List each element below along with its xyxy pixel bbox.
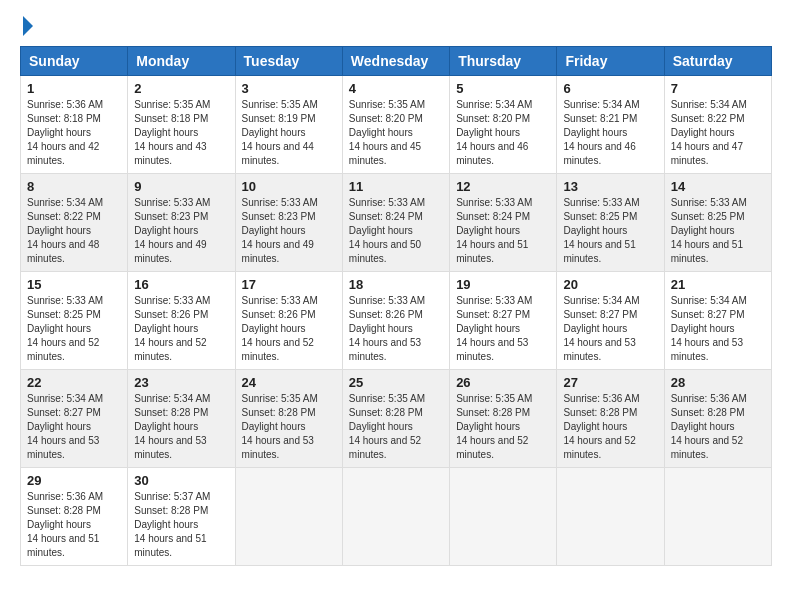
day-info: Sunrise: 5:33 AMSunset: 8:27 PMDaylight …	[456, 294, 550, 364]
calendar-cell: 12Sunrise: 5:33 AMSunset: 8:24 PMDayligh…	[450, 174, 557, 272]
logo	[20, 20, 33, 36]
calendar-week-row: 22Sunrise: 5:34 AMSunset: 8:27 PMDayligh…	[21, 370, 772, 468]
header-saturday: Saturday	[664, 47, 771, 76]
day-number: 6	[563, 81, 657, 96]
calendar-cell: 6Sunrise: 5:34 AMSunset: 8:21 PMDaylight…	[557, 76, 664, 174]
day-number: 28	[671, 375, 765, 390]
calendar-week-row: 1Sunrise: 5:36 AMSunset: 8:18 PMDaylight…	[21, 76, 772, 174]
calendar-cell: 8Sunrise: 5:34 AMSunset: 8:22 PMDaylight…	[21, 174, 128, 272]
calendar-cell: 1Sunrise: 5:36 AMSunset: 8:18 PMDaylight…	[21, 76, 128, 174]
day-number: 11	[349, 179, 443, 194]
day-number: 5	[456, 81, 550, 96]
calendar-cell: 26Sunrise: 5:35 AMSunset: 8:28 PMDayligh…	[450, 370, 557, 468]
calendar-cell	[342, 468, 449, 566]
day-info: Sunrise: 5:33 AMSunset: 8:26 PMDaylight …	[134, 294, 228, 364]
calendar-cell: 16Sunrise: 5:33 AMSunset: 8:26 PMDayligh…	[128, 272, 235, 370]
calendar-cell: 23Sunrise: 5:34 AMSunset: 8:28 PMDayligh…	[128, 370, 235, 468]
day-number: 25	[349, 375, 443, 390]
day-info: Sunrise: 5:34 AMSunset: 8:22 PMDaylight …	[671, 98, 765, 168]
day-number: 30	[134, 473, 228, 488]
day-info: Sunrise: 5:35 AMSunset: 8:19 PMDaylight …	[242, 98, 336, 168]
day-number: 19	[456, 277, 550, 292]
header-thursday: Thursday	[450, 47, 557, 76]
day-info: Sunrise: 5:33 AMSunset: 8:25 PMDaylight …	[563, 196, 657, 266]
calendar-cell: 29Sunrise: 5:36 AMSunset: 8:28 PMDayligh…	[21, 468, 128, 566]
day-number: 22	[27, 375, 121, 390]
calendar-cell: 14Sunrise: 5:33 AMSunset: 8:25 PMDayligh…	[664, 174, 771, 272]
day-info: Sunrise: 5:33 AMSunset: 8:26 PMDaylight …	[349, 294, 443, 364]
calendar-cell: 10Sunrise: 5:33 AMSunset: 8:23 PMDayligh…	[235, 174, 342, 272]
day-number: 3	[242, 81, 336, 96]
calendar-cell: 3Sunrise: 5:35 AMSunset: 8:19 PMDaylight…	[235, 76, 342, 174]
calendar-cell	[664, 468, 771, 566]
calendar-cell: 15Sunrise: 5:33 AMSunset: 8:25 PMDayligh…	[21, 272, 128, 370]
calendar-cell: 7Sunrise: 5:34 AMSunset: 8:22 PMDaylight…	[664, 76, 771, 174]
day-number: 14	[671, 179, 765, 194]
calendar-cell: 9Sunrise: 5:33 AMSunset: 8:23 PMDaylight…	[128, 174, 235, 272]
day-info: Sunrise: 5:33 AMSunset: 8:24 PMDaylight …	[349, 196, 443, 266]
day-number: 8	[27, 179, 121, 194]
day-number: 23	[134, 375, 228, 390]
day-number: 2	[134, 81, 228, 96]
day-info: Sunrise: 5:33 AMSunset: 8:24 PMDaylight …	[456, 196, 550, 266]
day-info: Sunrise: 5:35 AMSunset: 8:18 PMDaylight …	[134, 98, 228, 168]
day-info: Sunrise: 5:35 AMSunset: 8:28 PMDaylight …	[456, 392, 550, 462]
day-number: 12	[456, 179, 550, 194]
day-info: Sunrise: 5:36 AMSunset: 8:28 PMDaylight …	[563, 392, 657, 462]
day-info: Sunrise: 5:37 AMSunset: 8:28 PMDaylight …	[134, 490, 228, 560]
calendar-cell: 17Sunrise: 5:33 AMSunset: 8:26 PMDayligh…	[235, 272, 342, 370]
day-number: 15	[27, 277, 121, 292]
page-header	[20, 20, 772, 36]
day-info: Sunrise: 5:34 AMSunset: 8:27 PMDaylight …	[27, 392, 121, 462]
calendar-week-row: 8Sunrise: 5:34 AMSunset: 8:22 PMDaylight…	[21, 174, 772, 272]
day-info: Sunrise: 5:34 AMSunset: 8:20 PMDaylight …	[456, 98, 550, 168]
day-number: 4	[349, 81, 443, 96]
day-info: Sunrise: 5:36 AMSunset: 8:28 PMDaylight …	[671, 392, 765, 462]
calendar-week-row: 29Sunrise: 5:36 AMSunset: 8:28 PMDayligh…	[21, 468, 772, 566]
calendar-cell: 28Sunrise: 5:36 AMSunset: 8:28 PMDayligh…	[664, 370, 771, 468]
day-info: Sunrise: 5:35 AMSunset: 8:28 PMDaylight …	[349, 392, 443, 462]
header-friday: Friday	[557, 47, 664, 76]
header-tuesday: Tuesday	[235, 47, 342, 76]
calendar-cell: 30Sunrise: 5:37 AMSunset: 8:28 PMDayligh…	[128, 468, 235, 566]
calendar-cell: 25Sunrise: 5:35 AMSunset: 8:28 PMDayligh…	[342, 370, 449, 468]
day-info: Sunrise: 5:34 AMSunset: 8:22 PMDaylight …	[27, 196, 121, 266]
day-info: Sunrise: 5:35 AMSunset: 8:20 PMDaylight …	[349, 98, 443, 168]
header-wednesday: Wednesday	[342, 47, 449, 76]
calendar-cell: 24Sunrise: 5:35 AMSunset: 8:28 PMDayligh…	[235, 370, 342, 468]
day-number: 29	[27, 473, 121, 488]
calendar-cell: 22Sunrise: 5:34 AMSunset: 8:27 PMDayligh…	[21, 370, 128, 468]
day-number: 1	[27, 81, 121, 96]
day-number: 9	[134, 179, 228, 194]
day-number: 21	[671, 277, 765, 292]
day-number: 20	[563, 277, 657, 292]
calendar-cell: 2Sunrise: 5:35 AMSunset: 8:18 PMDaylight…	[128, 76, 235, 174]
day-number: 18	[349, 277, 443, 292]
day-info: Sunrise: 5:34 AMSunset: 8:27 PMDaylight …	[563, 294, 657, 364]
day-info: Sunrise: 5:33 AMSunset: 8:23 PMDaylight …	[134, 196, 228, 266]
calendar-cell: 4Sunrise: 5:35 AMSunset: 8:20 PMDaylight…	[342, 76, 449, 174]
day-info: Sunrise: 5:36 AMSunset: 8:28 PMDaylight …	[27, 490, 121, 560]
day-number: 27	[563, 375, 657, 390]
calendar-cell	[450, 468, 557, 566]
calendar-cell: 11Sunrise: 5:33 AMSunset: 8:24 PMDayligh…	[342, 174, 449, 272]
day-number: 7	[671, 81, 765, 96]
calendar-cell: 21Sunrise: 5:34 AMSunset: 8:27 PMDayligh…	[664, 272, 771, 370]
day-info: Sunrise: 5:33 AMSunset: 8:23 PMDaylight …	[242, 196, 336, 266]
calendar-cell: 27Sunrise: 5:36 AMSunset: 8:28 PMDayligh…	[557, 370, 664, 468]
day-info: Sunrise: 5:33 AMSunset: 8:26 PMDaylight …	[242, 294, 336, 364]
calendar-cell: 5Sunrise: 5:34 AMSunset: 8:20 PMDaylight…	[450, 76, 557, 174]
calendar-cell: 13Sunrise: 5:33 AMSunset: 8:25 PMDayligh…	[557, 174, 664, 272]
day-info: Sunrise: 5:36 AMSunset: 8:18 PMDaylight …	[27, 98, 121, 168]
day-number: 10	[242, 179, 336, 194]
calendar-cell	[235, 468, 342, 566]
calendar-cell	[557, 468, 664, 566]
day-number: 24	[242, 375, 336, 390]
day-number: 16	[134, 277, 228, 292]
day-info: Sunrise: 5:34 AMSunset: 8:27 PMDaylight …	[671, 294, 765, 364]
day-number: 26	[456, 375, 550, 390]
day-info: Sunrise: 5:34 AMSunset: 8:28 PMDaylight …	[134, 392, 228, 462]
calendar-cell: 18Sunrise: 5:33 AMSunset: 8:26 PMDayligh…	[342, 272, 449, 370]
logo-arrow-icon	[23, 16, 33, 36]
day-info: Sunrise: 5:34 AMSunset: 8:21 PMDaylight …	[563, 98, 657, 168]
